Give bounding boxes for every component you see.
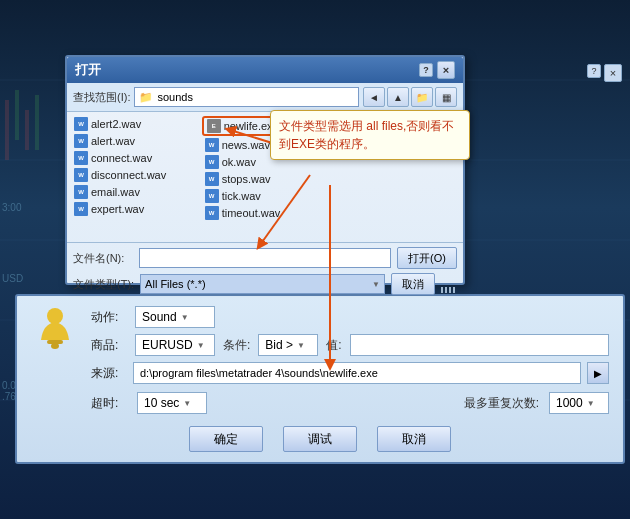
list-item[interactable]: W tick.wav — [202, 188, 329, 204]
filetype-combo[interactable]: All Files (*.*) ▼ — [140, 274, 385, 294]
svg-rect-7 — [25, 110, 29, 150]
bell-icon — [31, 306, 79, 354]
product-combo-arrow: ▼ — [197, 341, 205, 350]
cancel-btn[interactable]: 取消 — [377, 426, 451, 452]
wav-file-icon: W — [205, 138, 219, 152]
svg-rect-6 — [15, 90, 19, 140]
filename-input[interactable] — [139, 248, 391, 268]
list-item[interactable]: W alert2.wav — [71, 116, 198, 132]
source-browse-btn[interactable]: ▶ — [587, 362, 609, 384]
list-item[interactable]: W expert.wav — [71, 201, 198, 217]
action-combo[interactable]: Sound ▼ — [135, 306, 215, 328]
title-controls: ? × — [419, 61, 455, 79]
product-label: 商品: — [91, 337, 127, 354]
value-input[interactable] — [350, 334, 609, 356]
alert-btn-row: 确定 调试 取消 — [31, 426, 609, 452]
exe-file-icon: E — [207, 119, 221, 133]
list-item[interactable]: W stops.wav — [202, 171, 329, 187]
svg-rect-5 — [5, 100, 9, 160]
wav-file-icon: W — [74, 168, 88, 182]
list-item[interactable]: W connect.wav — [71, 150, 198, 166]
filetype-label: 文件类型(T): — [73, 277, 134, 292]
nav-new-folder-btn[interactable]: 📁 — [411, 87, 433, 107]
list-item[interactable]: W disconnect.wav — [71, 167, 198, 183]
wav-file-icon: W — [74, 134, 88, 148]
wav-file-icon: W — [74, 151, 88, 165]
action-combo-arrow: ▼ — [181, 313, 189, 322]
path-combo[interactable]: 📁 sounds — [134, 87, 359, 107]
nav-up-btn[interactable]: ▲ — [387, 87, 409, 107]
nav-back-btn[interactable]: ◄ — [363, 87, 385, 107]
filename-label: 文件名(N): — [73, 251, 133, 266]
svg-rect-8 — [35, 95, 39, 150]
list-item[interactable]: W timeout.wav — [202, 205, 329, 221]
source-row: 来源: ▶ — [91, 362, 609, 384]
filename-row: 文件名(N): 打开(O) — [73, 247, 457, 269]
wav-file-icon: W — [205, 155, 219, 169]
list-item[interactable]: W alert.wav — [71, 133, 198, 149]
svg-point-11 — [51, 343, 59, 349]
panel-close-btn[interactable]: × — [604, 64, 622, 82]
tooltip-text: 文件类型需选用 all files,否则看不到EXE类的程序。 — [279, 119, 454, 151]
max-repeat-combo[interactable]: 1000 ▼ — [549, 392, 609, 414]
timeout-combo[interactable]: 10 sec ▼ — [137, 392, 207, 414]
list-item[interactable]: W email.wav — [71, 184, 198, 200]
alert-settings-panel: 动作: Sound ▼ 商品: EURUSD ▼ 条件: Bid > ▼ 值: — [15, 294, 625, 464]
file-open-dialog: 打开 ? × 查找范围(I): 📁 sounds ◄ ▲ 📁 ▦ W alert… — [65, 55, 465, 285]
wav-file-icon: W — [74, 185, 88, 199]
panel-help-btn[interactable]: ? — [587, 64, 601, 78]
wav-file-icon: W — [205, 172, 219, 186]
max-repeat-label: 最多重复次数: — [464, 395, 539, 412]
wav-file-icon: W — [74, 117, 88, 131]
file-column-1: W alert2.wav W alert.wav W connect.wav W… — [71, 116, 198, 238]
wav-file-icon: W — [74, 202, 88, 216]
path-label: 查找范围(I): — [73, 90, 130, 105]
timeout-label: 超时: — [91, 395, 127, 412]
filetype-row: 文件类型(T): All Files (*.*) ▼ 取消 — [73, 273, 457, 295]
test-btn[interactable]: 调试 — [283, 426, 357, 452]
action-row: 动作: Sound ▼ — [91, 306, 609, 328]
open-btn[interactable]: 打开(O) — [397, 247, 457, 269]
dialog-close-btn[interactable]: × — [437, 61, 455, 79]
product-row: 商品: EURUSD ▼ 条件: Bid > ▼ 值: — [91, 334, 609, 356]
nav-view-btn[interactable]: ▦ — [435, 87, 457, 107]
dialog-help-btn[interactable]: ? — [419, 63, 433, 77]
value-label: 值: — [326, 337, 341, 354]
condition-combo[interactable]: Bid > ▼ — [258, 334, 318, 356]
source-input[interactable] — [133, 362, 581, 384]
toolbar-nav-btns: ◄ ▲ 📁 ▦ — [363, 87, 457, 107]
dialog-toolbar: 查找范围(I): 📁 sounds ◄ ▲ 📁 ▦ — [67, 83, 463, 112]
dialog-bottom: 文件名(N): 打开(O) 文件类型(T): All Files (*.*) ▼… — [67, 242, 463, 303]
timeout-row: 超时: 10 sec ▼ 最多重复次数: 1000 ▼ — [91, 392, 609, 414]
svg-point-9 — [47, 308, 63, 324]
confirm-btn[interactable]: 确定 — [189, 426, 263, 452]
action-label: 动作: — [91, 309, 127, 326]
dialog-title: 打开 — [75, 61, 101, 79]
resize-grip — [441, 287, 457, 293]
product-combo[interactable]: EURUSD ▼ — [135, 334, 215, 356]
dialog-title-bar: 打开 ? × — [67, 57, 463, 83]
source-label: 来源: — [91, 365, 127, 382]
cancel-file-btn[interactable]: 取消 — [391, 273, 435, 295]
tooltip-box: 文件类型需选用 all files,否则看不到EXE类的程序。 — [270, 110, 470, 160]
folder-icon: 📁 — [139, 91, 153, 104]
wav-file-icon: W — [205, 206, 219, 220]
condition-label: 条件: — [223, 337, 250, 354]
wav-file-icon: W — [205, 189, 219, 203]
